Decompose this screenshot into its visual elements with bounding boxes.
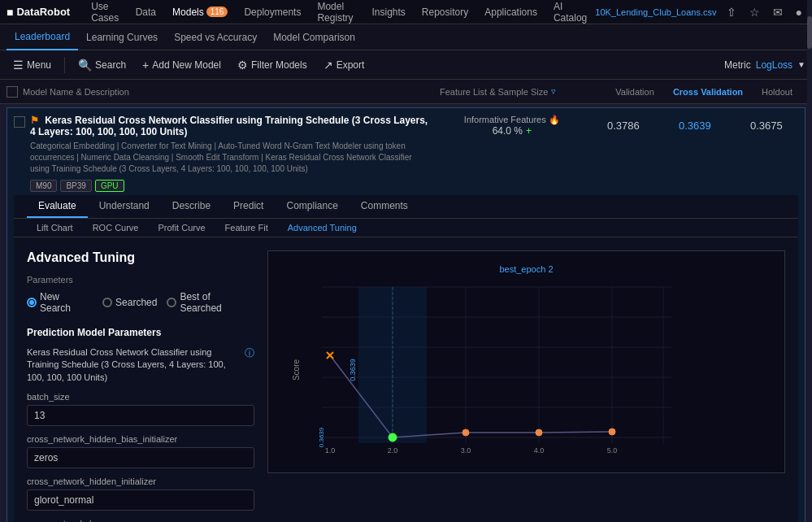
subnav-model-comparison[interactable]: Model Comparison	[265, 24, 363, 50]
svg-rect-24	[358, 287, 427, 443]
feature-label: Informative Features 🔥	[432, 115, 592, 125]
param-cross-hidden-init: cross_network_hidden_initializer glorot_…	[27, 476, 254, 511]
param-cross-network-layers: cross_network_layers 3	[27, 519, 254, 522]
radio-group: New Search Searched Best of Searched	[27, 291, 254, 314]
radio-searched[interactable]: Searched	[102, 297, 157, 308]
toolbar-separator-1	[64, 57, 65, 73]
nav-deployments[interactable]: Deployments	[236, 0, 309, 24]
filter-models-button[interactable]: ⚙ Filter Models	[231, 55, 314, 75]
info-icon[interactable]: ⓘ	[245, 346, 254, 360]
eval-tabs: Evaluate Understand Describe Predict Com…	[14, 195, 798, 219]
alerts-icon[interactable]: ✉	[770, 4, 786, 20]
add-model-button[interactable]: + Add New Model	[136, 55, 228, 75]
chart-y-label: Score	[292, 359, 301, 381]
export-button[interactable]: ↗ Export	[317, 55, 371, 75]
model-header: ⚑ Keras Residual Cross Network Classifie…	[14, 115, 798, 192]
model-row: ⚑ Keras Residual Cross Network Classifie…	[7, 107, 805, 522]
nav-model-registry[interactable]: Model Registry	[309, 0, 363, 24]
tab-predict[interactable]: Predict	[222, 195, 275, 218]
param-label-cross-hidden-bias: cross_network_hidden_bias_initializer	[27, 434, 254, 444]
param-label-batch-size: batch_size	[27, 392, 254, 402]
sub-navigation: Leaderboard Learning Curves Speed vs Acc…	[0, 24, 812, 50]
tab-comments[interactable]: Comments	[350, 195, 419, 218]
filter-icon: ⚙	[237, 59, 248, 72]
top-navigation: ■ DataRobot Use Cases Data Models 116 De…	[0, 0, 812, 24]
svg-text:5.0: 5.0	[607, 446, 618, 455]
col-header-name: Model Name & Description	[7, 86, 440, 98]
search-button[interactable]: 🔍 Search	[72, 55, 132, 75]
svg-point-28	[462, 429, 469, 436]
scrollbar-thumb[interactable]	[807, 16, 812, 49]
model-scores: Informative Features 🔥 64.0 % + 0.3786 0…	[432, 115, 798, 137]
at-title: Advanced Tuning	[27, 250, 254, 265]
logo[interactable]: ■ DataRobot	[7, 6, 70, 19]
col-header-cv: Cross Validation	[667, 87, 749, 97]
nav-data[interactable]: Data	[128, 0, 164, 24]
feature-pct: 64.0 % +	[432, 125, 592, 137]
chart-container: best_epoch 2 Score 0.3639	[267, 250, 785, 473]
col-header-feature: Feature List & Sample Size ▿	[440, 86, 602, 97]
select-all-checkbox[interactable]	[7, 86, 18, 98]
subnav-learning-curves[interactable]: Learning Curves	[78, 24, 166, 50]
metric-dropdown-arrow[interactable]: ▼	[797, 60, 805, 69]
advanced-tuning-content: Advanced Tuning Parameters New Search Se…	[14, 237, 798, 522]
subtab-roc-curve[interactable]: ROC Curve	[83, 219, 149, 237]
radio-dot-best	[167, 298, 176, 307]
search-icon: 🔍	[78, 59, 92, 72]
notifications-icon[interactable]: ☆	[746, 4, 763, 20]
subnav-speed-vs-accuracy[interactable]: Speed vs Accuracy	[166, 24, 265, 50]
nav-applications[interactable]: Applications	[476, 0, 545, 24]
logo-text: DataRobot	[16, 6, 70, 18]
subtab-lift-chart[interactable]: Lift Chart	[27, 219, 83, 237]
radio-dot-new-search	[27, 298, 37, 307]
param-batch-size: batch_size 13	[27, 392, 254, 426]
svg-text:2.0: 2.0	[388, 446, 398, 455]
subtab-advanced-tuning[interactable]: Advanced Tuning	[278, 219, 367, 237]
menu-button[interactable]: ☰ Menu	[7, 55, 58, 75]
tab-understand[interactable]: Understand	[88, 195, 161, 218]
radio-dot-searched	[102, 298, 112, 307]
metric-control: Metric LogLoss ▼	[724, 59, 805, 71]
nav-use-cases[interactable]: Use Cases	[83, 0, 128, 24]
feature-filter-icon[interactable]: ▿	[551, 86, 556, 97]
subtab-profit-curve[interactable]: Profit Curve	[148, 219, 215, 237]
nav-right: 10K_Lending_Club_Loans.csv ⇧ ☆ ✉ ●	[595, 4, 805, 20]
sub-tabs: Lift Chart ROC Curve Profit Curve Featur…	[14, 219, 798, 237]
subnav-leaderboard[interactable]: Leaderboard	[7, 24, 78, 50]
radio-new-search[interactable]: New Search	[27, 291, 93, 314]
param-cross-hidden-bias: cross_network_hidden_bias_initializer ze…	[27, 434, 254, 468]
score-holdout: 0.3675	[735, 120, 798, 132]
tag-bp39: BP39	[60, 180, 91, 192]
tab-evaluate[interactable]: Evaluate	[27, 195, 88, 218]
metric-value[interactable]: LogLoss	[756, 59, 792, 71]
svg-point-30	[609, 428, 615, 435]
nav-insights[interactable]: Insights	[363, 0, 413, 24]
plus-icon: +	[142, 59, 149, 72]
tag-gpu: GPU	[95, 180, 124, 192]
tab-compliance[interactable]: Compliance	[275, 195, 349, 218]
export-icon: ↗	[323, 59, 333, 72]
user-icon[interactable]: ●	[792, 4, 805, 20]
filename-link[interactable]: 10K_Lending_Club_Loans.csv	[595, 7, 716, 17]
param-value-cross-hidden-bias[interactable]: zeros	[27, 447, 254, 468]
tab-describe[interactable]: Describe	[161, 195, 222, 218]
subtab-feature-fit[interactable]: Feature Fit	[215, 219, 278, 237]
vertical-scrollbar[interactable]	[807, 0, 812, 522]
model-title[interactable]: ⚑ Keras Residual Cross Network Classifie…	[30, 115, 432, 137]
radio-best-of-searched[interactable]: Best of Searched	[167, 291, 254, 314]
svg-point-29	[536, 429, 542, 436]
bookmark-icon: ⚑	[30, 115, 39, 126]
model-description: Categorical Embedding | Converter for Te…	[30, 141, 432, 175]
nav-models[interactable]: Models 116	[164, 0, 236, 24]
pred-model-title: Prediction Model Parameters	[27, 327, 254, 338]
nav-repository[interactable]: Repository	[414, 0, 476, 24]
share-icon[interactable]: ⇧	[723, 4, 740, 20]
at-left-panel: Advanced Tuning Parameters New Search Se…	[27, 250, 254, 522]
model-checkbox[interactable]	[14, 116, 25, 128]
nav-ai-catalog[interactable]: AI Catalog	[545, 0, 595, 24]
svg-point-27	[389, 433, 397, 442]
param-value-batch-size[interactable]: 13	[27, 405, 254, 426]
svg-text:4.0: 4.0	[534, 446, 545, 455]
param-value-cross-hidden-init[interactable]: glorot_normal	[27, 489, 254, 511]
feature-plus-icon[interactable]: +	[526, 125, 532, 137]
